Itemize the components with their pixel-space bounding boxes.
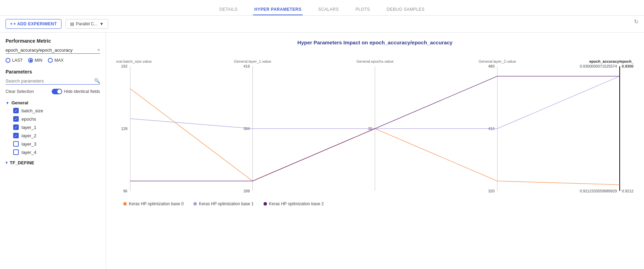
legend-item-1: Keras HP optimization base 1 [193, 201, 254, 206]
tree-group-general-label: General [11, 100, 28, 105]
chart-icon: ▤ [70, 21, 74, 26]
legend-item-0: Keras HP optimization base 0 [123, 201, 184, 206]
legend-dot-0 [123, 202, 127, 206]
tree-item-batch-size-label: batch_size [22, 108, 43, 113]
axis-label-accuracy: epoch_accuracy/epoch_accuracy [589, 59, 634, 63]
chevron-down-icon: ▼ [100, 21, 104, 26]
legend-label-0: Keras HP optimization base 0 [129, 201, 184, 206]
clear-selection-button[interactable]: Clear Selection [6, 89, 34, 94]
tab-plots[interactable]: PLOTS [354, 4, 371, 15]
tab-details[interactable]: DETAILS [218, 4, 239, 15]
legend-dot-2 [264, 202, 267, 206]
legend-dot-1 [193, 202, 197, 206]
metric-input-wrap: × [6, 47, 100, 54]
metric-input[interactable] [6, 47, 97, 53]
axis-label-epochs: General.epochs.value [356, 59, 393, 63]
checkbox-layer-1[interactable]: ✓ [13, 124, 19, 130]
radio-last-label: LAST [12, 58, 23, 63]
axis-bot-val-layer_2: 320 [488, 189, 494, 193]
tab-debug-samples[interactable]: DEBUG SAMPLES [385, 4, 426, 15]
tree-group-general-header[interactable]: ▼ General [6, 99, 100, 106]
axis-label-layer_1: General.layer_1.value [234, 59, 271, 63]
radio-max-label: MAX [55, 58, 64, 63]
parallel-coords-button[interactable]: ▤ Parallel C... ▼ [66, 19, 108, 29]
refresh-button[interactable]: ↻ [634, 18, 638, 25]
chart-title: Hyper Parameters Impact on epoch_accurac… [116, 40, 634, 45]
tree-item-layer-3: layer_3 [6, 140, 100, 148]
radio-max[interactable]: MAX [48, 58, 64, 63]
search-params-wrap: 🔍 [6, 78, 100, 85]
sidebar: Performance Metric × LAST MIN MAX Parame… [0, 33, 106, 269]
tree-group-general: ▼ General ✓ batch_size ✓ epochs ✓ [6, 99, 100, 156]
axis-top-val-layer_1: 416 [243, 64, 250, 68]
axis-top-val-batch_size: 192 [121, 64, 127, 68]
legend-item-2: Keras HP optimization base 2 [264, 201, 324, 206]
tab-scalars[interactable]: SCALARS [317, 4, 340, 15]
tab-hyper-parameters[interactable]: HYPER PARAMETERS [253, 4, 303, 15]
axis-top-val-accuracy: 0.9300000071525574 [580, 64, 617, 68]
tree-item-layer-1-label: layer_1 [22, 125, 36, 130]
axis-bot-val-accuracy: 0.9212333559989929 [580, 189, 617, 193]
tree-item-layer-4: layer_4 [6, 148, 100, 156]
parallel-svg: General.batch_size.value19212896General.… [116, 56, 634, 201]
add-experiment-label: + ADD EXPERIMENT [14, 21, 57, 26]
clear-metric-icon[interactable]: × [97, 47, 100, 53]
checkbox-epochs[interactable]: ✓ [13, 116, 19, 122]
search-params-input[interactable] [6, 78, 94, 84]
radio-max-circle [48, 58, 53, 63]
parallel-chart: General.batch_size.value19212896General.… [116, 56, 634, 194]
radio-min-circle [28, 58, 33, 63]
chart-area: Hyper Parameters Impact on epoch_accurac… [106, 33, 644, 269]
main-layout: Performance Metric × LAST MIN MAX Parame… [0, 33, 644, 269]
chevron-right-tf-define-icon: ▾ [6, 160, 8, 165]
radio-group: LAST MIN MAX [6, 58, 100, 63]
tree-item-epochs-label: epochs [22, 116, 36, 122]
tree-item-epochs: ✓ epochs [6, 115, 100, 123]
chevron-down-general-icon: ▼ [6, 101, 9, 105]
legend-label-1: Keras HP optimization base 1 [199, 201, 254, 206]
tree-group-tf-define: ▾ TF_DEFINE [6, 159, 100, 166]
checkmark-layer-1: ✓ [15, 125, 17, 129]
axis-last-top-accuracy: 0.9300000071525574 [622, 64, 634, 68]
axis-last-bot-accuracy: 0.9212333559989929 [622, 189, 634, 193]
checkbox-layer-2[interactable]: ✓ [13, 133, 19, 138]
checkbox-batch-size[interactable]: ✓ [13, 108, 19, 113]
search-icon[interactable]: 🔍 [94, 78, 100, 84]
checkmark-batch-size: ✓ [15, 109, 17, 113]
axis-bot-val-batch_size: 96 [123, 189, 127, 193]
axis-bot-val-layer_1: 288 [243, 189, 250, 193]
parameters-title: Parameters [6, 69, 100, 75]
hide-identical-wrap: Hide identical fields [52, 89, 100, 94]
legend-label-2: Keras HP optimization base 2 [269, 201, 324, 206]
checkmark-layer-2: ✓ [15, 134, 17, 138]
axis-mid-val-layer_1: 384 [243, 127, 250, 131]
radio-min[interactable]: MIN [28, 58, 42, 63]
axis-mid-val-batch_size: 128 [121, 127, 127, 131]
checkmark-epochs: ✓ [15, 117, 17, 121]
parallel-label: Parallel C... [76, 21, 98, 26]
checkbox-layer-4[interactable] [13, 149, 19, 155]
axis-label-layer_2: General.layer_2.value [479, 59, 516, 63]
tree-item-layer-2: ✓ layer_2 [6, 131, 100, 140]
add-experiment-button[interactable]: + + ADD EXPERIMENT [6, 19, 61, 29]
clear-hide-row: Clear Selection Hide identical fields [6, 89, 100, 94]
axis-top-val-layer_2: 480 [488, 64, 494, 68]
radio-min-label: MIN [35, 58, 42, 63]
tree-group-tf-define-label: TF_DEFINE [10, 160, 34, 165]
hide-identical-label: Hide identical fields [64, 89, 100, 94]
tree-item-layer-3-label: layer_3 [22, 141, 36, 147]
radio-last[interactable]: LAST [6, 58, 23, 63]
hide-identical-toggle[interactable] [52, 89, 62, 94]
tree-group-tf-define-header[interactable]: ▾ TF_DEFINE [6, 159, 100, 166]
performance-metric-title: Performance Metric [6, 38, 100, 44]
top-nav: DETAILS HYPER PARAMETERS SCALARS PLOTS D… [0, 0, 644, 16]
checkbox-layer-3[interactable] [13, 141, 19, 147]
axis-label-batch_size: General.batch_size.value [116, 59, 152, 63]
radio-last-circle [6, 58, 10, 63]
toolbar: + + ADD EXPERIMENT ▤ Parallel C... ▼ ↻ [0, 16, 644, 33]
refresh-icon: ↻ [634, 19, 638, 25]
chart-legend: Keras HP optimization base 0 Keras HP op… [116, 201, 634, 206]
tree-item-layer-4-label: layer_4 [22, 150, 36, 155]
tree-item-layer-2-label: layer_2 [22, 133, 36, 138]
plus-icon: + [10, 21, 13, 26]
